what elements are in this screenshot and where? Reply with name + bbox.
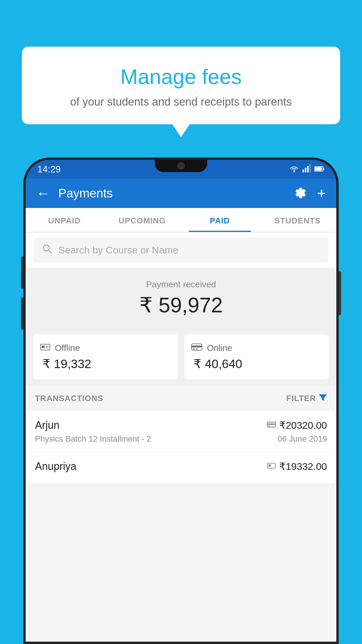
svg-point-0: [294, 171, 295, 172]
tooltip-subtitle: of your students and send receipts to pa…: [36, 96, 326, 108]
battery-icon: [314, 165, 325, 174]
svg-rect-3: [307, 166, 309, 172]
signal-icon: [303, 164, 311, 174]
offline-label: Offline: [55, 343, 80, 353]
search-bar[interactable]: Search by Course or Name: [34, 238, 328, 262]
transaction-name: Arjun: [35, 419, 59, 431]
offline-icon: [40, 342, 50, 353]
status-icons: [289, 164, 325, 174]
phone-notch: [155, 160, 207, 172]
search-container: Search by Course or Name: [26, 232, 336, 268]
filter-icon: [319, 393, 327, 403]
svg-rect-15: [191, 346, 202, 347]
phone-frame: 14:29: [23, 158, 339, 644]
filter-label: FILTER: [286, 394, 316, 403]
payment-methods: Offline ₹ 19,332 Online: [26, 328, 336, 386]
transaction-date: 06 June 2019: [277, 434, 327, 444]
offline-payment-card: Offline ₹ 19,332: [33, 334, 178, 379]
tooltip-title: Manage fees: [36, 64, 326, 89]
volume-up-button: [21, 257, 23, 289]
transactions-label: TRANSACTIONS: [35, 394, 103, 403]
svg-line-9: [49, 250, 52, 253]
filter-button[interactable]: FILTER: [286, 393, 327, 403]
svg-rect-11: [42, 346, 45, 348]
payment-amount: ₹ 59,972: [26, 293, 336, 317]
transaction-row[interactable]: Arjun ₹20320.00 Physics Batch 12 Install…: [26, 411, 336, 452]
app-bar: ← Payments +: [26, 179, 336, 208]
search-placeholder: Search by Course or Name: [58, 244, 178, 256]
page-title: Payments: [58, 186, 286, 200]
search-icon: [42, 244, 52, 257]
svg-rect-4: [310, 164, 311, 172]
svg-rect-7: [315, 167, 322, 171]
tooltip-card: Manage fees of your students and send re…: [22, 47, 340, 124]
transaction-detail: Physics Batch 12 Installment - 2: [35, 434, 151, 444]
transactions-header: TRANSACTIONS FILTER: [26, 386, 336, 411]
svg-rect-1: [303, 169, 304, 172]
svg-rect-20: [267, 424, 275, 425]
tab-paid[interactable]: PAID: [181, 208, 259, 232]
status-time: 14:29: [37, 164, 61, 175]
online-label: Online: [207, 343, 232, 353]
power-button: [339, 271, 341, 315]
tab-bar: UNPAID UPCOMING PAID STUDENTS: [26, 208, 336, 232]
offline-amount: ₹ 19,332: [40, 357, 171, 371]
wifi-icon: [289, 164, 299, 174]
tab-unpaid[interactable]: UNPAID: [26, 208, 103, 232]
payment-label: Payment received: [26, 279, 336, 289]
svg-rect-23: [268, 465, 271, 467]
svg-rect-21: [268, 426, 270, 426]
online-payment-card: Online ₹ 40,640: [184, 334, 329, 379]
app-bar-actions: +: [294, 186, 326, 201]
tab-upcoming[interactable]: UPCOMING: [103, 208, 181, 232]
front-camera: [177, 162, 185, 170]
transaction-amount-wrap-2: ₹19332.00: [267, 461, 327, 472]
transaction-row[interactable]: Anupriya ₹19332.00: [26, 452, 336, 484]
svg-rect-6: [323, 168, 324, 170]
svg-marker-18: [319, 394, 327, 401]
transaction-name-2: Anupriya: [35, 460, 76, 473]
svg-rect-17: [196, 349, 198, 349]
volume-down-button: [21, 298, 23, 330]
back-button[interactable]: ←: [36, 186, 50, 200]
tab-students[interactable]: STUDENTS: [259, 208, 337, 232]
online-icon: [191, 342, 202, 353]
transaction-online-icon: [267, 421, 276, 430]
transaction-amount-2: ₹19332.00: [279, 461, 327, 472]
settings-button[interactable]: [294, 186, 307, 201]
transaction-amount: ₹20320.00: [279, 419, 327, 431]
content-area: Search by Course or Name Payment receive…: [26, 232, 336, 642]
svg-rect-16: [193, 349, 195, 349]
svg-rect-2: [305, 168, 306, 172]
transaction-amount-wrap: ₹20320.00: [267, 419, 327, 431]
online-amount: ₹ 40,640: [191, 357, 322, 371]
add-button[interactable]: +: [317, 186, 326, 201]
transaction-offline-icon: [267, 462, 276, 471]
payment-summary: Payment received ₹ 59,972: [26, 268, 336, 328]
